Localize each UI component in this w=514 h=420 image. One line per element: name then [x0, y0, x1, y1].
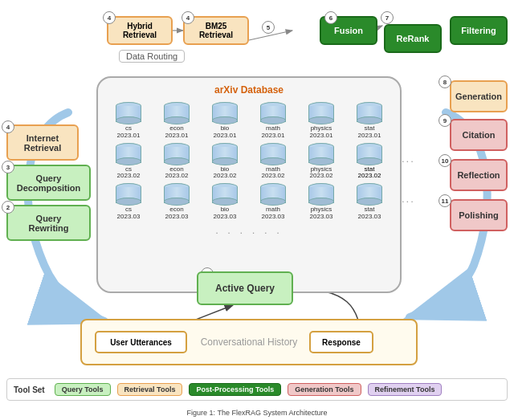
query-decomposition-label: Query Decomposition: [17, 173, 80, 193]
main-container: arXiv Database cs2023.01 econ2023.01 bio…: [0, 0, 514, 420]
db-item: econ2023.01: [154, 102, 199, 140]
db-item: econ2023.03: [154, 183, 199, 221]
internet-retrieval-label: Internet Retrieval: [24, 133, 61, 153]
badge-6-fusion: 6: [324, 11, 337, 24]
badge-11-polishing: 11: [439, 194, 451, 207]
fusion-label: Fusion: [334, 26, 363, 35]
db-item: math2023.03: [251, 183, 296, 221]
query-rewriting-box: Query Rewriting: [6, 205, 91, 241]
hybrid-retrieval-box: Hybrid Retrieval: [107, 16, 173, 45]
badge-4-hybrid: 4: [103, 11, 116, 24]
badge-8-generation: 8: [439, 75, 451, 88]
dots-right-1: ...: [402, 153, 415, 165]
db-item: cs2023.03: [106, 183, 151, 221]
badge-5-rerank: 5: [262, 21, 275, 34]
filtering-label: Filtering: [461, 26, 496, 35]
badge-10-reflection: 10: [439, 154, 451, 167]
arxiv-title: arXiv Database: [104, 84, 394, 96]
db-item: bio2023.01: [202, 102, 247, 140]
postprocessing-tools-badge: Post-Processing Tools: [189, 383, 281, 396]
badge-4-internet: 4: [2, 120, 14, 133]
generation-label: Generation: [455, 92, 502, 101]
hybrid-retrieval-label: Hybrid Retrieval: [123, 22, 157, 39]
arxiv-database-box: arXiv Database cs2023.01 econ2023.01 bio…: [96, 76, 402, 293]
db-item: physics2023.02: [299, 143, 344, 181]
badge-2-query-rewrite: 2: [2, 201, 14, 214]
db-item-dots: stat2023.02: [347, 143, 392, 181]
bm25-retrieval-label: BM25 Retrieval: [199, 22, 233, 39]
toolset-label: Tool Set: [14, 385, 45, 394]
db-item: physics2023.03: [299, 183, 344, 221]
db-item: bio2023.03: [202, 183, 247, 221]
db-item: physics2023.01: [299, 102, 344, 140]
retrieval-tools-badge: Retrieval Tools: [117, 383, 183, 396]
response-label: Response: [322, 338, 361, 347]
db-item: cs2023.02: [106, 143, 151, 181]
db-item: cs2023.01: [106, 102, 151, 140]
query-tools-badge: Query Tools: [55, 383, 111, 396]
query-decomposition-box: Query Decomposition: [6, 165, 91, 201]
db-item: econ2023.02: [154, 143, 199, 181]
query-rewriting-label: Query Rewriting: [28, 214, 68, 233]
polishing-label: Polishing: [459, 210, 499, 220]
rerank-label: ReRank: [397, 34, 430, 43]
polishing-box: Polishing: [450, 199, 508, 231]
toolset-bar: Tool Set Query Tools Retrieval Tools Pos…: [6, 378, 508, 401]
db-item: stat2023.01: [347, 102, 392, 140]
data-routing-label: Data Routing: [119, 50, 185, 63]
badge-9-citation: 9: [439, 114, 451, 127]
internet-retrieval-box: Internet Retrieval: [6, 124, 79, 161]
badge-7-filtering: 7: [381, 11, 394, 24]
user-utterances-box: User Utterances: [95, 331, 187, 353]
db-item: math2023.01: [251, 102, 296, 140]
reflection-box: Reflection: [450, 159, 508, 191]
badge-3-query-decomp: 3: [2, 161, 14, 173]
dots-indicator: . . . . . .: [106, 224, 392, 236]
citation-box: Citation: [450, 119, 508, 151]
filtering-box: Filtering: [450, 16, 508, 45]
active-query-label: Active Query: [215, 283, 275, 294]
reflection-label: Reflection: [457, 170, 500, 180]
citation-label: Citation: [463, 130, 496, 140]
db-item: stat2023.03: [347, 183, 392, 221]
database-grid: cs2023.01 econ2023.01 bio2023.01 math202…: [104, 100, 394, 238]
rerank-box: ReRank: [384, 24, 442, 53]
refinement-tools-badge: Refinement Tools: [368, 383, 443, 396]
conversational-history-label: Conversational History: [201, 336, 298, 348]
generation-tools-badge: Generation Tools: [288, 383, 361, 396]
badge-4-bm25: 4: [182, 11, 194, 24]
figure-caption: Figure 1: The FlexRAG System Architectur…: [0, 409, 514, 417]
generation-box: Generation: [450, 80, 508, 112]
db-item: math2023.02: [251, 143, 296, 181]
active-query-box: Active Query: [197, 271, 293, 305]
user-utterances-label: User Utterances: [110, 338, 172, 347]
response-box: Response: [309, 331, 373, 353]
dots-right-2: ...: [402, 193, 415, 205]
db-item: bio2023.02: [202, 143, 247, 181]
